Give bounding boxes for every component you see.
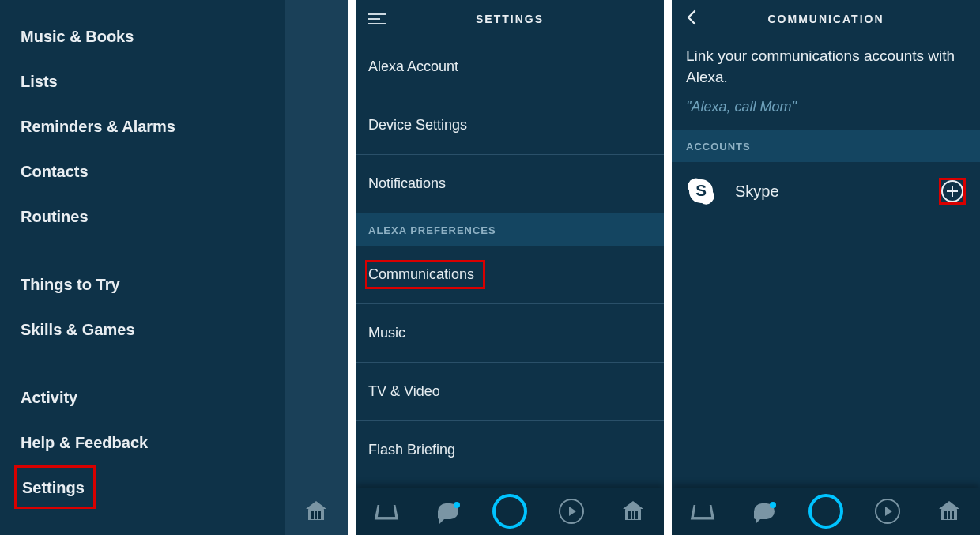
row-alexa-account[interactable]: Alexa Account xyxy=(356,38,664,96)
panel-settings: SETTINGS Alexa Account Device Settings N… xyxy=(356,0,664,535)
tab-alexa-ring-icon[interactable] xyxy=(806,492,846,531)
bottom-tabbar xyxy=(356,488,664,535)
menu-activity[interactable]: Activity xyxy=(0,375,285,420)
menu-things-to-try[interactable]: Things to Try xyxy=(0,262,285,307)
bottom-tabbar xyxy=(672,488,980,535)
menu-routines[interactable]: Routines xyxy=(0,194,285,239)
menu-contacts[interactable]: Contacts xyxy=(0,149,285,194)
menu-reminders-alarms[interactable]: Reminders & Alarms xyxy=(0,104,285,149)
communication-header: COMMUNICATION xyxy=(672,0,980,38)
menu-divider xyxy=(21,251,264,251)
back-chevron-icon[interactable] xyxy=(683,8,702,27)
account-row-skype[interactable]: S Skype xyxy=(672,162,980,220)
skype-icon: S xyxy=(686,176,716,206)
tab-home-icon[interactable] xyxy=(683,492,722,531)
menu-settings[interactable]: Settings xyxy=(14,465,96,509)
plus-icon xyxy=(941,180,963,202)
add-account-button[interactable] xyxy=(939,178,966,205)
sidebar-dim-overlay xyxy=(285,0,348,535)
communication-example: "Alexa, call Mom" xyxy=(672,91,980,130)
tabbar-partial xyxy=(285,488,348,535)
hamburger-icon[interactable] xyxy=(368,9,387,28)
communication-title: COMMUNICATION xyxy=(767,13,884,25)
tab-chat-icon[interactable] xyxy=(428,492,468,531)
tab-play-icon[interactable] xyxy=(868,492,907,531)
tab-play-icon[interactable] xyxy=(552,492,591,531)
svg-text:S: S xyxy=(695,182,707,200)
menu-lists[interactable]: Lists xyxy=(0,59,285,104)
home-icon[interactable] xyxy=(306,501,326,522)
account-name-label: Skype xyxy=(735,183,779,201)
sidebar-main: Music & Books Lists Reminders & Alarms C… xyxy=(0,0,285,535)
communication-intro: Link your communications accounts with A… xyxy=(672,38,980,91)
tab-alexa-ring-icon[interactable] xyxy=(490,492,530,531)
section-alexa-preferences: ALEXA PREFERENCES xyxy=(356,213,664,246)
settings-title: SETTINGS xyxy=(476,13,544,25)
row-tv-video[interactable]: TV & Video xyxy=(356,363,664,421)
row-music[interactable]: Music xyxy=(356,304,664,363)
menu-help-feedback[interactable]: Help & Feedback xyxy=(0,420,285,465)
row-notifications[interactable]: Notifications xyxy=(356,155,664,213)
panel-communication: COMMUNICATION Link your communications a… xyxy=(672,0,980,535)
menu-divider xyxy=(21,364,264,364)
row-flash-briefing[interactable]: Flash Briefing xyxy=(356,421,664,479)
communications-label: Communications xyxy=(365,260,485,289)
tab-home-icon[interactable] xyxy=(367,492,406,531)
tab-devices-icon[interactable] xyxy=(613,492,653,531)
menu-skills-games[interactable]: Skills & Games xyxy=(0,307,285,352)
row-communications[interactable]: Communications xyxy=(356,246,664,304)
panel-sidebar-menu: Music & Books Lists Reminders & Alarms C… xyxy=(0,0,348,535)
row-device-settings[interactable]: Device Settings xyxy=(356,96,664,155)
tab-chat-icon[interactable] xyxy=(744,492,784,531)
tab-devices-icon[interactable] xyxy=(929,492,969,531)
settings-header: SETTINGS xyxy=(356,0,664,38)
menu-music-books[interactable]: Music & Books xyxy=(0,14,285,59)
section-accounts: ACCOUNTS xyxy=(672,130,980,162)
